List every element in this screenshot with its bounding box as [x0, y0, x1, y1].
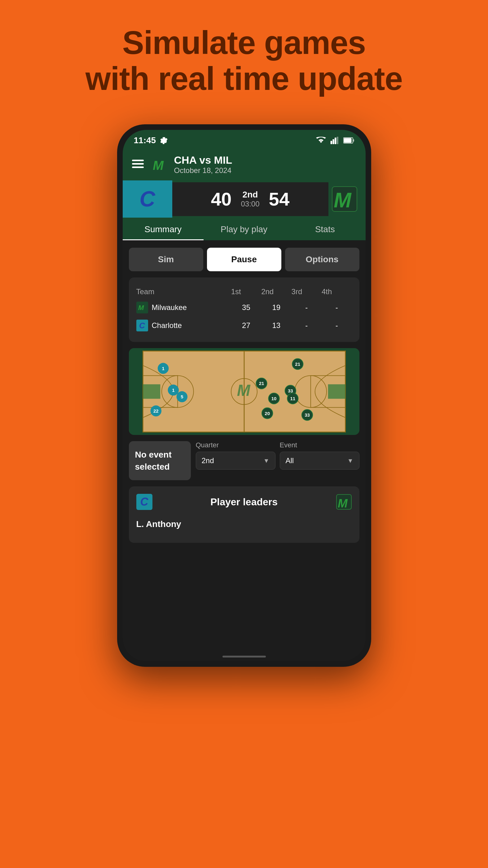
- sim-button[interactable]: Sim: [129, 248, 203, 271]
- hamburger-menu-icon[interactable]: [132, 159, 144, 170]
- tab-stats[interactable]: Stats: [285, 218, 365, 240]
- svg-rect-5: [344, 138, 351, 143]
- cha-team-logo: C: [123, 180, 172, 218]
- svg-text:33: 33: [304, 412, 310, 417]
- svg-rect-9: [132, 166, 144, 168]
- svg-text:M: M: [334, 188, 352, 212]
- player-leaders-header: C Player leaders M: [136, 494, 352, 510]
- event-dropdown-arrow: ▼: [347, 457, 354, 464]
- right-score: 54: [269, 188, 290, 210]
- left-score: 40: [211, 188, 232, 210]
- col-team: Team: [136, 285, 231, 299]
- header-date: October 18, 2024: [174, 166, 232, 175]
- pause-button[interactable]: Pause: [207, 248, 281, 271]
- player-leaders-title: Player leaders: [153, 496, 336, 508]
- filter-controls: Quarter 2nd ▼ Event All ▼: [196, 441, 359, 470]
- svg-text:11: 11: [290, 396, 295, 401]
- svg-rect-20: [143, 384, 160, 399]
- tabs: Summary Play by play Stats: [123, 218, 366, 240]
- table-row: M Milwaukee 35 19 - -: [136, 299, 352, 316]
- svg-rect-6: [353, 139, 354, 142]
- svg-text:M: M: [237, 382, 250, 399]
- table-row: C Charlotte 27 13 - -: [136, 316, 352, 335]
- event-label: Event: [280, 441, 359, 449]
- signal-icon: [330, 137, 339, 144]
- options-button[interactable]: Options: [285, 248, 359, 271]
- cha-logo-leaders: C: [136, 494, 153, 510]
- svg-rect-2: [335, 137, 336, 144]
- svg-rect-23: [328, 384, 345, 399]
- svg-rect-1: [332, 139, 334, 144]
- quarter-label: Quarter: [196, 441, 275, 449]
- score-center: 40 2nd 03:00 54: [172, 182, 328, 216]
- svg-text:22: 22: [153, 408, 159, 413]
- court-svg: M 1 1 5 22: [129, 348, 359, 435]
- status-bar: 11:45: [123, 130, 366, 149]
- player-name: L. Anthony: [136, 516, 352, 535]
- action-buttons: Sim Pause Options: [129, 248, 359, 271]
- svg-text:1: 1: [172, 388, 174, 393]
- svg-text:M: M: [338, 497, 348, 510]
- col-2nd: 2nd: [261, 285, 291, 299]
- svg-rect-3: [336, 137, 338, 144]
- quarter-select[interactable]: 2nd ▼: [196, 452, 275, 470]
- svg-rect-7: [132, 160, 144, 161]
- app-header: M CHA vs MIL October 18, 2024: [123, 149, 366, 180]
- svg-text:M: M: [138, 304, 144, 312]
- content-area: Sim Pause Options Team 1st 2nd 3rd 4th: [123, 240, 366, 652]
- mil-badge-small: M: [136, 302, 148, 313]
- status-time: 11:45: [134, 135, 168, 145]
- svg-text:10: 10: [271, 396, 276, 401]
- home-bar: [223, 656, 266, 657]
- col-1st: 1st: [231, 285, 261, 299]
- event-filter-row: No event selected Quarter 2nd ▼ Event: [129, 441, 359, 480]
- score-table-card: Team 1st 2nd 3rd 4th M: [129, 277, 359, 342]
- svg-rect-0: [330, 141, 332, 144]
- cha-badge-small: C: [136, 320, 148, 331]
- mil-logo-header: M: [150, 156, 168, 174]
- phone-screen: 11:45: [123, 130, 366, 661]
- svg-rect-8: [132, 163, 144, 165]
- mil-team-logo: M: [328, 180, 366, 218]
- hero-title: Simulate games with real time update: [86, 25, 402, 96]
- svg-text:33: 33: [288, 388, 293, 393]
- battery-icon: [343, 137, 354, 144]
- col-4th: 4th: [322, 285, 352, 299]
- score-section: C 40 2nd 03:00 54 M: [123, 180, 366, 218]
- svg-text:1: 1: [162, 366, 164, 371]
- svg-text:M: M: [153, 158, 164, 173]
- no-event-box: No event selected: [129, 441, 191, 480]
- period-label: 2nd: [242, 190, 258, 199]
- court-card: M 1 1 5 22: [129, 348, 359, 435]
- score-table: Team 1st 2nd 3rd 4th M: [136, 285, 352, 335]
- period-clock: 03:00: [241, 199, 259, 208]
- svg-text:21: 21: [295, 362, 300, 367]
- gear-icon: [160, 136, 168, 145]
- mil-logo-leaders: M: [336, 494, 352, 510]
- phone-shell: 11:45: [117, 124, 371, 667]
- quarter-dropdown-arrow: ▼: [263, 457, 269, 464]
- header-matchup: CHA vs MIL: [174, 154, 232, 166]
- svg-text:21: 21: [259, 381, 264, 386]
- wifi-icon: [316, 137, 326, 144]
- player-leaders-card: C Player leaders M L. Anthony: [129, 486, 359, 543]
- home-indicator: [123, 652, 366, 661]
- event-select[interactable]: All ▼: [280, 452, 359, 470]
- header-text: CHA vs MIL October 18, 2024: [174, 154, 232, 175]
- col-3rd: 3rd: [292, 285, 322, 299]
- svg-text:20: 20: [265, 411, 270, 416]
- status-icons: [316, 137, 354, 144]
- svg-text:5: 5: [181, 394, 183, 399]
- tab-summary[interactable]: Summary: [123, 218, 203, 240]
- tab-play-by-play[interactable]: Play by play: [203, 218, 285, 240]
